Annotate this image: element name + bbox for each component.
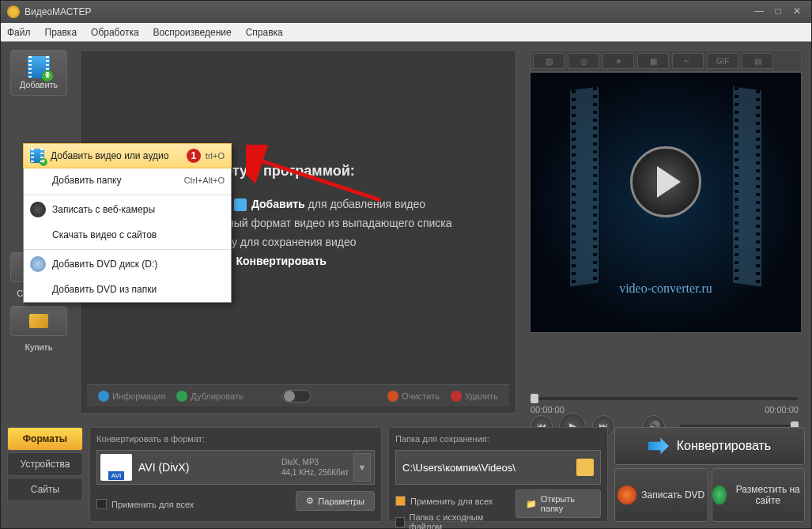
view-toggle[interactable]	[282, 390, 311, 402]
preview-screen: video-converter.ru	[530, 72, 802, 333]
dd-add-dvd-folder[interactable]: Добавить DVD из папки	[24, 277, 231, 302]
blank-icon	[30, 172, 46, 188]
dd-add-dvd-disk[interactable]: Добавить DVD диск (D:)	[24, 251, 231, 277]
film-strip-right-icon	[733, 86, 761, 286]
dvd-orb-icon	[617, 486, 636, 504]
blank-icon	[30, 227, 46, 243]
bottom-panel: Форматы Устройства Сайты Конвертировать …	[7, 427, 805, 522]
dd-separator	[24, 195, 231, 195]
add-inline-icon	[234, 198, 247, 211]
content-area: + Добавить Соединить Купить Как начать р…	[1, 42, 811, 528]
menu-playback[interactable]: Воспроизведение	[153, 27, 232, 38]
convert-arrow-icon	[648, 436, 669, 456]
format-selector[interactable]: AVI AVI (DivX) DivX, MP344,1 KHz, 256Кби…	[96, 450, 375, 485]
folder-icon: 📁	[526, 499, 537, 509]
gear-icon: ⚙	[306, 496, 314, 506]
minimize-button[interactable]: —	[751, 6, 767, 18]
buy-button[interactable]	[10, 306, 67, 336]
tab-formats[interactable]: Форматы	[7, 427, 83, 451]
webcam-icon	[30, 202, 46, 217]
checkbox-icon	[96, 499, 107, 509]
dd-add-folder[interactable]: Добавить папку Ctrl+Alt+O	[24, 168, 231, 193]
titlebar: ВидеоМАСТЕР — □ ✕	[1, 1, 811, 23]
checkbox-icon	[395, 517, 405, 527]
format-dropdown-button[interactable]: ▼	[353, 453, 371, 482]
browse-folder-button[interactable]	[576, 459, 594, 476]
screenshot-tool[interactable]: ▤	[742, 53, 773, 69]
film-strip-left-icon	[570, 86, 599, 286]
preview-toolbar: ▧ ◎ ☀ ▦ ᯓ GIF ▤	[530, 50, 802, 72]
watermark-text: video-converter.ru	[531, 282, 801, 296]
save-apply-all[interactable]: Применить для всех	[395, 496, 504, 506]
film-icon: +	[30, 149, 44, 163]
globe-orb-icon	[712, 486, 727, 504]
gif-tool[interactable]: GIF	[707, 53, 738, 69]
dd-webcam[interactable]: Записать с веб-камеры	[24, 197, 231, 222]
save-panel: Папка для сохранения: C:\Users\компик\Vi…	[388, 427, 608, 522]
save-path-row: C:\Users\компик\Videos\	[395, 450, 601, 485]
preview-panel: ▧ ◎ ☀ ▦ ᯓ GIF ▤ video-converter.ru	[530, 50, 802, 333]
add-dropdown: + Добавить видео или аудио 1 trl+O Добав…	[23, 143, 232, 303]
clear-icon	[387, 391, 398, 402]
menubar: Файл Правка Обработка Воспроизведение Сп…	[1, 23, 811, 42]
tab-sites[interactable]: Сайты	[7, 478, 83, 501]
window-title: ВидеоМАСТЕР	[25, 6, 91, 17]
add-label: Добавить	[20, 80, 59, 89]
save-path: C:\Users\компик\Videos\	[402, 462, 572, 474]
save-source-folder[interactable]: Папка с исходным файлом	[395, 512, 504, 529]
close-button[interactable]: ✕	[789, 6, 805, 18]
format-panel: Конвертировать в формат: AVI AVI (DivX) …	[89, 427, 382, 522]
enhance-tool[interactable]: ▦	[637, 53, 669, 69]
info-icon	[98, 391, 109, 402]
format-apply-all[interactable]: Применить для всех	[96, 499, 194, 509]
film-add-icon: +	[28, 56, 50, 78]
save-panel-title: Папка для сохранения:	[395, 434, 601, 444]
format-tabs: Форматы Устройства Сайты	[7, 427, 83, 522]
brightness-tool[interactable]: ☀	[602, 53, 634, 69]
crop-tool[interactable]: ▧	[533, 53, 565, 69]
info-button[interactable]: Информация	[98, 391, 165, 402]
avi-icon: AVI	[100, 454, 132, 481]
menu-process[interactable]: Обработка	[91, 27, 139, 38]
tab-devices[interactable]: Устройства	[7, 452, 83, 476]
upload-button[interactable]: Разместить на сайте	[712, 468, 806, 522]
format-panel-title: Конвертировать в формат:	[96, 434, 375, 444]
params-button[interactable]: ⚙Параметры	[296, 491, 375, 511]
app-logo-icon	[7, 6, 20, 18]
menu-help[interactable]: Справка	[246, 27, 283, 38]
speed-tool[interactable]: ᯓ	[672, 53, 704, 69]
menu-edit[interactable]: Правка	[45, 27, 77, 38]
convert-button[interactable]: Конвертировать	[614, 427, 805, 465]
list-toolbar: Информация Дублировать Очистить Удалить	[87, 384, 509, 406]
add-button[interactable]: + Добавить	[10, 50, 67, 96]
duplicate-icon	[176, 391, 187, 402]
seek-slider[interactable]	[531, 397, 799, 400]
format-detail: DivX, MP344,1 KHz, 256Кбит	[281, 457, 349, 478]
checkbox-checked-icon	[395, 496, 406, 506]
blank-icon	[30, 282, 46, 297]
action-panel: Конвертировать Записать DVD Разместить н…	[614, 427, 805, 522]
dd-add-video-audio[interactable]: + Добавить видео или аудио 1 trl+O	[23, 143, 232, 168]
burn-dvd-button[interactable]: Записать DVD	[614, 468, 708, 522]
duplicate-button[interactable]: Дублировать	[176, 391, 243, 402]
app-window: ВидеоМАСТЕР — □ ✕ Файл Правка Обработка …	[0, 0, 812, 529]
delete-icon	[451, 391, 462, 402]
open-folder-button[interactable]: 📁Открыть папку	[516, 489, 601, 518]
timeline[interactable]: 00:00:00 00:00:00	[531, 397, 799, 414]
maximize-button[interactable]: □	[770, 6, 786, 18]
key-icon	[29, 314, 48, 328]
effects-tool[interactable]: ◎	[568, 53, 599, 69]
clear-button[interactable]: Очистить	[387, 391, 440, 402]
delete-button[interactable]: Удалить	[451, 391, 498, 402]
menu-file[interactable]: Файл	[7, 27, 31, 38]
dvd-icon	[30, 256, 46, 272]
play-big-icon[interactable]	[630, 146, 701, 217]
step-badge-1: 1	[187, 149, 201, 163]
dd-separator	[24, 249, 231, 250]
dd-download[interactable]: Скачать видео с сайтов	[24, 222, 231, 247]
buy-label: Купить	[10, 342, 67, 352]
format-name: AVI (DivX)	[138, 461, 281, 474]
